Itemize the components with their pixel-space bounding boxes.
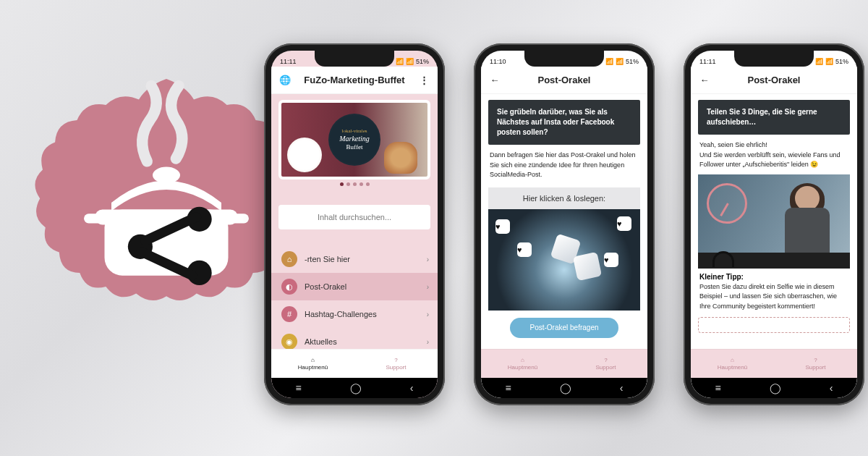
home-button-icon[interactable]: ◯ [770, 382, 781, 394]
clock-icon [707, 183, 747, 224]
tip-text: Posten Sie dazu direkt ein Selfie wie in… [699, 282, 848, 312]
status-time: 11:10 [490, 58, 506, 65]
screen-title: Post-Orakel [501, 75, 627, 85]
home-button-icon[interactable]: ◯ [350, 382, 362, 394]
hero-card[interactable]: lokal-virales Marketing Buffet [278, 100, 430, 180]
chevron-right-icon: › [427, 256, 429, 263]
svg-rect-4 [229, 214, 250, 223]
bottom-nav: ⌂ Hauptmenü ? Support [481, 349, 647, 378]
nav-support[interactable]: ? Support [774, 350, 857, 378]
nav-support[interactable]: ? Support [354, 350, 438, 378]
cta-heading: Hier klicken & loslegen: [488, 187, 640, 209]
back-icon[interactable]: ‹ [620, 382, 624, 394]
prompt-card: Teilen Sie 3 Dinge, die Sie gerne aufsch… [698, 100, 850, 135]
back-icon[interactable]: ‹ [410, 382, 414, 394]
chevron-right-icon: › [427, 283, 429, 291]
nav-home[interactable]: ⌂ Hauptmenü [481, 350, 564, 378]
screen-title: Post-Orakel [711, 75, 837, 85]
menu-item-hashtag[interactable]: # Hashtag-Challenges › [271, 300, 438, 328]
woman-illustration [775, 183, 840, 263]
svg-rect-1 [95, 210, 238, 225]
more-icon[interactable]: ⋮ [417, 75, 430, 85]
help-icon: ? [394, 357, 397, 363]
help-icon: ? [604, 357, 607, 363]
recents-icon[interactable]: ≡ [715, 382, 721, 394]
back-arrow-icon[interactable]: ← [698, 75, 711, 85]
svg-rect-3 [84, 214, 105, 223]
home-button-icon[interactable]: ◯ [560, 382, 571, 394]
back-arrow-icon[interactable]: ← [488, 75, 501, 85]
body-text: Dann befragen Sie hier das Post-Orakel u… [490, 151, 639, 180]
bottom-nav: ⌂ Hauptmenü ? Support [691, 349, 857, 378]
nav-home[interactable]: ⌂ Hauptmenü [691, 350, 774, 378]
headline-card: Sie grübeln darüber, was Sie als Nächste… [488, 100, 640, 145]
status-time: 11:11 [699, 58, 716, 65]
app-bar: 🌐 FuZo-Marketing-Buffet ⋮ [271, 67, 438, 94]
recents-icon[interactable]: ≡ [296, 382, 302, 394]
chevron-right-icon: › [427, 338, 429, 346]
status-time: 11:11 [280, 58, 297, 65]
phone-mockup-2: 11:10 📶📶51% ← Post-Orakel Sie grübeln da… [474, 43, 655, 405]
body-text: Yeah, seien Sie ehrlich! Und Sie werden … [699, 140, 848, 170]
android-nav: ≡ ◯ ‹ [271, 378, 438, 398]
help-icon: ? [814, 357, 817, 363]
recents-icon[interactable]: ≡ [506, 382, 511, 394]
tip-heading: Kleiner Tipp: [699, 273, 848, 281]
svg-point-2 [153, 167, 180, 184]
oracle-icon: ◐ [281, 279, 297, 295]
menu-item-post-orakel[interactable]: ◐ Post-Orakel › [271, 273, 438, 300]
android-nav: ≡ ◯ ‹ [691, 378, 857, 398]
globe-icon[interactable]: 🌐 [278, 75, 292, 85]
app-bar: ← Post-Orakel [481, 67, 647, 94]
home-icon: ⌂ [311, 357, 315, 363]
menu-item-aktuelles[interactable]: ◉ Aktuelles › [271, 328, 438, 349]
hashtag-icon: # [281, 306, 297, 322]
app-badge-logo [29, 65, 304, 340]
home-icon: ⌂ [521, 357, 524, 363]
next-card[interactable] [698, 317, 850, 333]
oracle-button[interactable]: Post-Orakel befragen [510, 318, 618, 338]
menu-item-start[interactable]: ⌂ -rten Sie hier › [271, 245, 438, 273]
carousel-dots[interactable] [271, 182, 438, 186]
oracle-image[interactable] [488, 209, 640, 311]
phone-mockup-3: 11:11 📶📶51% ← Post-Orakel Teilen Sie 3 D… [684, 43, 864, 405]
home-icon: ⌂ [281, 251, 297, 267]
app-title: FuZo-Marketing-Buffet [292, 75, 417, 85]
example-image [698, 174, 850, 269]
nav-support[interactable]: ? Support [564, 350, 647, 378]
home-icon: ⌂ [731, 357, 734, 363]
phone-mockup-1: 11:11 📶📶51% 🌐 FuZo-Marketing-Buffet ⋮ lo… [264, 43, 445, 405]
bell-icon: ◉ [281, 334, 297, 349]
bottom-nav: ⌂ Hauptmenü ? Support [271, 349, 438, 378]
chevron-right-icon: › [427, 311, 429, 318]
android-nav: ≡ ◯ ‹ [481, 378, 647, 398]
app-bar: ← Post-Orakel [691, 67, 857, 94]
search-input[interactable]: Inhalt durchsuchen... [278, 205, 430, 229]
back-icon[interactable]: ‹ [830, 382, 833, 394]
nav-home[interactable]: ⌂ Hauptmenü [271, 350, 354, 378]
